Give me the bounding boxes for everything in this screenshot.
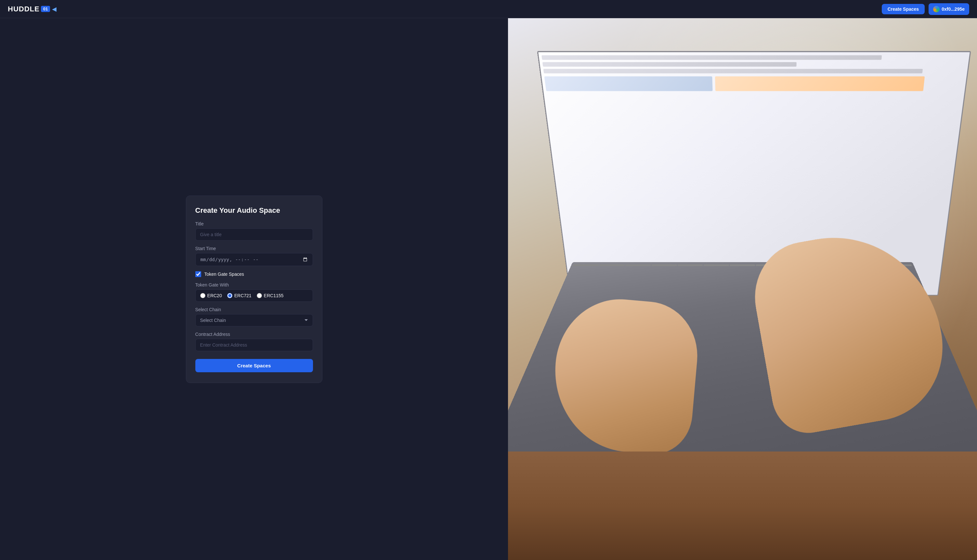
select-chain-label: Select Chain (195, 307, 313, 312)
radio-label-erc20[interactable]: ERC20 (207, 293, 222, 298)
radio-erc1155[interactable] (257, 293, 262, 298)
radio-label-erc721[interactable]: ERC721 (234, 293, 252, 298)
logo-icon: ◀ (52, 5, 57, 13)
select-chain-group: Select Chain Select Chain Ethereum Polyg… (195, 307, 313, 327)
token-gate-checkbox-row: Token Gate Spaces (195, 271, 313, 277)
title-input[interactable] (195, 228, 313, 241)
radio-group: ERC20 ERC721 ERC1155 (195, 289, 313, 302)
contract-address-group: Contract Address (195, 332, 313, 351)
wallet-globe-icon (933, 6, 940, 12)
token-gate-with-label: Token Gate With (195, 282, 313, 287)
logo: HUDDLE 01 ◀ (8, 5, 57, 13)
radio-item-erc721: ERC721 (227, 293, 252, 298)
header-right: Create Spaces 0xf0...295e (882, 3, 969, 15)
token-gate-label[interactable]: Token Gate Spaces (204, 272, 244, 277)
title-group: Title (195, 221, 313, 241)
left-panel: Create Your Audio Space Title Start Time… (0, 18, 508, 560)
wallet-button[interactable]: 0xf0...295e (929, 3, 969, 15)
header-create-spaces-button[interactable]: Create Spaces (882, 4, 925, 14)
header: HUDDLE 01 ◀ Create Spaces 0xf0...295e (0, 0, 977, 18)
contract-address-label: Contract Address (195, 332, 313, 337)
main-layout: Create Your Audio Space Title Start Time… (0, 18, 977, 560)
select-chain-dropdown[interactable]: Select Chain Ethereum Polygon BSC Avalan… (195, 314, 313, 327)
radio-erc721[interactable] (227, 293, 232, 298)
laptop-photo (508, 18, 977, 560)
token-gate-with-group: Token Gate With ERC20 ERC721 ERC1155 (195, 282, 313, 302)
contract-address-input[interactable] (195, 339, 313, 351)
table-surface (508, 452, 977, 560)
right-panel (508, 18, 977, 560)
radio-item-erc1155: ERC1155 (257, 293, 284, 298)
form-card: Create Your Audio Space Title Start Time… (186, 195, 322, 383)
start-time-input[interactable] (195, 253, 313, 266)
radio-item-erc20: ERC20 (200, 293, 222, 298)
form-title: Create Your Audio Space (195, 206, 313, 215)
logo-text: HUDDLE (8, 5, 40, 13)
start-time-label: Start Time (195, 246, 313, 251)
logo-badge: 01 (41, 6, 50, 12)
radio-label-erc1155[interactable]: ERC1155 (264, 293, 284, 298)
radio-erc20[interactable] (200, 293, 205, 298)
screen-content (539, 52, 970, 295)
create-spaces-submit-button[interactable]: Create Spaces (195, 359, 313, 372)
token-gate-checkbox[interactable] (195, 271, 201, 277)
title-label: Title (195, 221, 313, 227)
laptop-screen (537, 51, 972, 296)
wallet-address: 0xf0...295e (942, 7, 965, 12)
start-time-group: Start Time (195, 246, 313, 266)
